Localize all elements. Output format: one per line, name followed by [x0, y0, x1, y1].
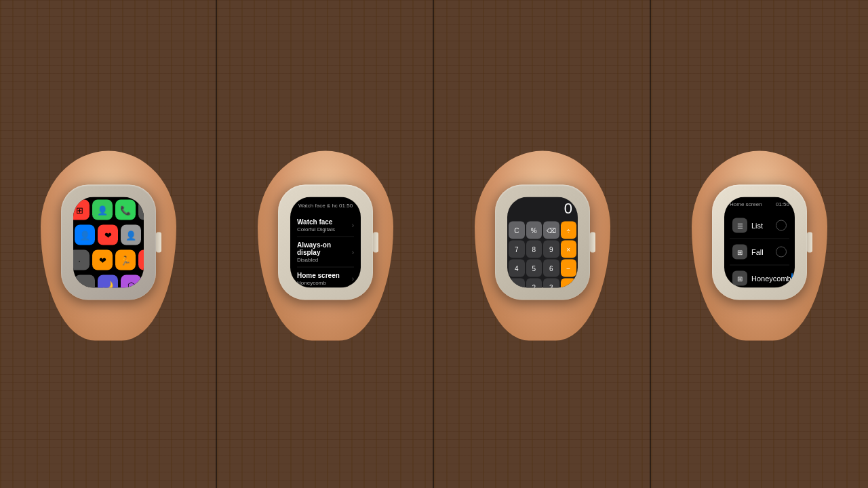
aod-subtitle: Disabled	[297, 257, 352, 263]
homescreen-chevron: ›	[352, 275, 354, 283]
settings-row-aod[interactable]: Always-on display Disabled ›	[297, 237, 354, 268]
settings-row-watchface-info: Watch face Colorful Digitals	[297, 218, 335, 232]
watchface-chevron: ›	[352, 222, 354, 229]
watch-body-4: Home screen 01:50 ☰ List	[705, 178, 814, 307]
watchface-subtitle: Colorful Digitals	[297, 226, 335, 232]
settings-row-aod-info: Always-on display Disabled	[297, 241, 352, 263]
calc-btn-multiply[interactable]: ×	[561, 241, 577, 258]
calc-btn-c[interactable]: C	[509, 222, 525, 239]
calc-btn-2[interactable]: 2	[526, 279, 542, 288]
watch-wrap-2: Watch face & hc 01:50 Watch face Colorfu…	[271, 178, 380, 307]
honeycomb-grid: ⊞ 👤 📞 · 👤 ❤ 👤 👤	[73, 199, 144, 287]
app-calendar[interactable]: 📅	[138, 250, 144, 270]
watch-case-4: Home screen 01:50 ☰ List	[712, 185, 807, 300]
app-activity[interactable]: 👤	[75, 225, 95, 245]
hs-radio-honeycomb[interactable]	[791, 273, 793, 284]
app-calc[interactable]: ⊞	[73, 200, 90, 220]
watch-wrap-1: ⊞ 👤 📞 · 👤 ❤ 👤 👤	[54, 178, 163, 307]
settings-row-homescreen-info: Home screen Honeycomb	[297, 272, 340, 286]
app-fitness[interactable]: 🏃	[115, 250, 136, 270]
watch-wrap-4: Home screen 01:50 ☰ List	[705, 178, 814, 307]
hs-label-honeycomb: Honeycomb	[751, 274, 791, 283]
calc-btn-subtract[interactable]: −	[561, 260, 577, 277]
calc-btn-4[interactable]: 4	[509, 260, 525, 277]
watch-crown-4[interactable]	[807, 232, 812, 253]
hs-row-honeycomb-left: ⊞ Honeycomb	[732, 271, 791, 286]
watch-container-1: ⊞ 👤 📞 · 👤 ❤ 👤 👤	[54, 161, 163, 327]
watch-body-3: 0 C % ⌫ ÷ 7 8 9	[488, 178, 597, 307]
calc-btn-7[interactable]: 7	[509, 241, 525, 258]
calc-btn-6[interactable]: 6	[543, 260, 559, 277]
aod-chevron: ›	[352, 248, 354, 256]
hs-row-fall-left: ⊞ Fall	[732, 245, 764, 260]
calc-btn-add[interactable]: +	[561, 279, 577, 288]
calc-btn-percent[interactable]: %	[526, 222, 542, 239]
divider-3	[650, 0, 651, 488]
divider-2	[433, 0, 434, 488]
watch-crown-3[interactable]	[590, 232, 595, 253]
calc-screen: 0 C % ⌫ ÷ 7 8 9	[507, 197, 578, 288]
calc-btn-8[interactable]: 8	[526, 241, 542, 258]
watch-body-2: Watch face & hc 01:50 Watch face Colorfu…	[271, 178, 380, 307]
hs-icon-fall: ⊞	[732, 245, 747, 260]
watch-crown-1[interactable]	[156, 232, 161, 253]
settings-screen: Watch face & hc 01:50 Watch face Colorfu…	[290, 197, 361, 288]
app-purple[interactable]: ⬡	[121, 275, 141, 288]
hs-icon-list: ☰	[732, 218, 747, 233]
hc-row-3: · ❤ 🏃 📅	[73, 249, 144, 272]
hs-radio-list[interactable]	[776, 220, 787, 231]
calc-btn-5[interactable]: 5	[526, 260, 542, 277]
hs-radio-fall[interactable]	[776, 247, 787, 258]
hs-header-time: 01:50	[776, 201, 789, 207]
app-moon[interactable]: 🌙	[98, 275, 118, 288]
watch-container-4: Home screen 01:50 ☰ List	[705, 161, 814, 327]
watch-wrap-3: 0 C % ⌫ ÷ 7 8 9	[488, 178, 597, 307]
panel-settings: Watch face & hc 01:50 Watch face Colorfu…	[217, 0, 434, 488]
settings-title: Watch face & hc 01:50	[298, 203, 353, 209]
hs-icon-honeycomb: ⊞	[732, 271, 747, 286]
homescreen-subtitle: Honeycomb	[297, 280, 340, 286]
watch-screen-4: Home screen 01:50 ☰ List	[724, 197, 795, 288]
calc-value: 0	[564, 200, 572, 218]
panel-calculator: 0 C % ⌫ ÷ 7 8 9	[434, 0, 651, 488]
hc-row-1: ⊞ 👤 📞 ·	[73, 199, 144, 222]
app-heartrate[interactable]: ❤	[92, 250, 113, 270]
watch-crown-2[interactable]	[373, 232, 378, 253]
hs-row-list[interactable]: ☰ List	[730, 213, 789, 239]
panel-app-grid: ⊞ 👤 📞 · 👤 ❤ 👤 👤	[0, 0, 217, 488]
hs-label-list: List	[751, 222, 763, 230]
watch-case-2: Watch face & hc 01:50 Watch face Colorfu…	[278, 185, 373, 300]
calc-btn-3[interactable]: 3	[543, 279, 559, 288]
settings-header: Watch face & hc 01:50	[297, 203, 354, 209]
hs-row-honeycomb[interactable]: ⊞ Honeycomb	[730, 266, 789, 288]
hs-label-fall: Fall	[751, 248, 764, 256]
homescreen-selection-screen: Home screen 01:50 ☰ List	[724, 197, 795, 288]
app-health[interactable]: ❤	[98, 225, 118, 245]
settings-row-watchface[interactable]: Watch face Colorful Digitals ›	[297, 214, 354, 237]
hc-row-2: 👤 ❤ 👤 👤	[84, 224, 144, 247]
app-phone[interactable]: 📞	[115, 200, 136, 220]
panel-homescreen: Home screen 01:50 ☰ List	[651, 0, 868, 488]
settings-row-homescreen[interactable]: Home screen Honeycomb ›	[297, 268, 354, 288]
app-contacts[interactable]: 👤	[92, 200, 113, 220]
calc-buttons: C % ⌫ ÷ 7 8 9 × 4 5	[507, 220, 578, 288]
watch-container-2: Watch face & hc 01:50 Watch face Colorfu…	[271, 161, 380, 327]
calc-btn-9[interactable]: 9	[543, 241, 559, 258]
app-dot3[interactable]: ·	[75, 275, 95, 288]
hs-row-fall[interactable]: ⊞ Fall	[730, 239, 789, 266]
app-dot2[interactable]: ·	[73, 250, 90, 270]
calc-btn-divide[interactable]: ÷	[561, 222, 577, 239]
watch-screen-2: Watch face & hc 01:50 Watch face Colorfu…	[290, 197, 361, 288]
watch-case-3: 0 C % ⌫ ÷ 7 8 9	[495, 185, 590, 300]
app-contacts2[interactable]: 👤	[121, 225, 141, 245]
watch-body-1: ⊞ 👤 📞 · 👤 ❤ 👤 👤	[54, 178, 163, 307]
hs-header-title: Home screen	[730, 201, 762, 207]
watchface-title: Watch face	[297, 218, 335, 226]
calc-btn-backspace[interactable]: ⌫	[543, 222, 559, 239]
hs-header: Home screen 01:50	[730, 201, 789, 207]
divider-1	[216, 0, 217, 488]
aod-title: Always-on display	[297, 241, 352, 256]
watch-screen-1: ⊞ 👤 📞 · 👤 ❤ 👤 👤	[73, 197, 144, 288]
app-dot[interactable]: ·	[138, 200, 144, 220]
calc-btn-1[interactable]: 1	[509, 279, 525, 288]
